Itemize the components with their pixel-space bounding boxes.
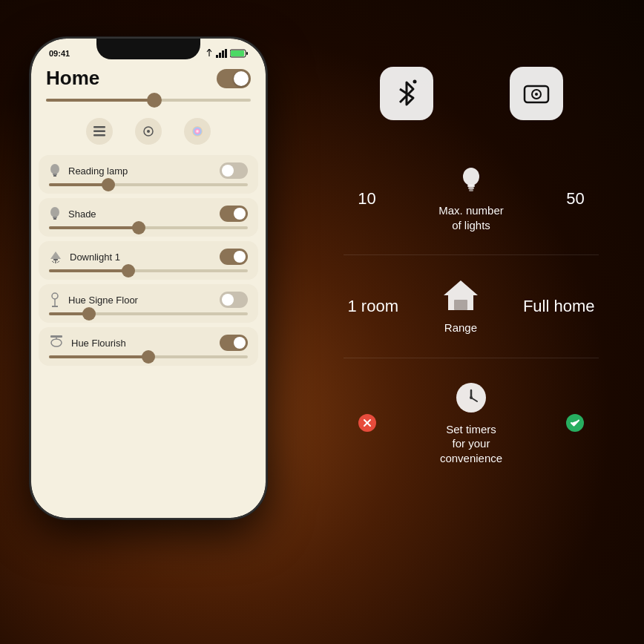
light-slider[interactable] [49, 355, 248, 358]
min-lights-value: 10 [358, 189, 375, 208]
svg-rect-37 [469, 189, 473, 191]
svg-point-16 [50, 207, 59, 217]
light-slider-thumb[interactable] [132, 221, 145, 234]
svg-point-12 [192, 126, 203, 137]
tab-scene[interactable] [135, 118, 162, 145]
max-lights-value: 50 [566, 189, 584, 208]
svg-rect-7 [93, 126, 105, 128]
right-panel: 10 Max. numberof lights 50 1 room Range … [312, 45, 631, 623]
svg-point-24 [52, 293, 58, 299]
bulb-icon [49, 162, 61, 179]
range-label: Range [444, 321, 477, 335]
light-slider-fill [49, 355, 148, 358]
tab-list[interactable] [86, 118, 113, 145]
svg-rect-27 [50, 335, 62, 338]
clock-icon [454, 381, 488, 415]
light-item-left: Reading lamp [49, 162, 128, 179]
svg-rect-3 [225, 49, 227, 58]
max-lights-feature: Max. numberof lights [438, 165, 504, 232]
range-min-value: 1 room [347, 297, 398, 316]
svg-marker-19 [50, 252, 61, 259]
phone-screen: 09:41 [31, 39, 266, 518]
light-name: Hue Flourish [71, 338, 126, 349]
light-toggle[interactable] [220, 335, 248, 351]
light-toggle[interactable] [220, 249, 248, 265]
light-slider-fill [49, 183, 108, 186]
svg-point-11 [147, 130, 150, 133]
list-item: Hue Flourish [39, 327, 258, 366]
svg-rect-2 [222, 50, 224, 58]
light-slider[interactable] [49, 312, 248, 315]
bridge-icon [520, 77, 553, 110]
svg-rect-1 [219, 53, 221, 58]
floor-lamp-icon [49, 292, 61, 308]
svg-point-30 [413, 80, 416, 84]
svg-rect-35 [467, 185, 475, 187]
bridge-icon-bg [510, 67, 563, 120]
light-slider[interactable] [49, 269, 248, 272]
light-name: Downlight 1 [70, 252, 120, 263]
timers-label: Set timersfor yourconvenience [440, 422, 502, 466]
home-icon [441, 277, 481, 313]
light-slider[interactable] [49, 183, 248, 186]
svg-rect-5 [246, 52, 248, 55]
light-item-header: Hue Signe Floor [49, 292, 248, 308]
brightness-track[interactable] [46, 99, 251, 102]
range-feature: Range [441, 277, 481, 335]
light-slider-thumb[interactable] [82, 307, 96, 321]
bluetooth-icon [392, 76, 421, 111]
has-timers-indicator [566, 414, 584, 432]
svg-rect-8 [93, 131, 105, 133]
brightness-thumb[interactable] [147, 93, 162, 108]
light-name: Hue Signe Floor [68, 295, 138, 306]
svg-rect-18 [53, 218, 56, 220]
range-max-value: Full home [523, 297, 595, 316]
light-item-left: Hue Flourish [49, 335, 126, 350]
no-timers-indicator [358, 414, 376, 432]
app-header: Home [31, 61, 266, 99]
svg-rect-39 [454, 300, 467, 310]
status-time: 09:41 [49, 49, 70, 58]
light-item-header: Shade [49, 206, 248, 222]
svg-rect-9 [93, 134, 105, 137]
signal-icon [216, 49, 227, 58]
home-toggle[interactable] [217, 69, 251, 88]
ceiling-icon [49, 335, 64, 350]
tab-color[interactable] [184, 118, 211, 145]
light-list: Reading lamp [31, 155, 266, 370]
brightness-fill [46, 99, 159, 102]
x-icon [362, 418, 372, 428]
light-item-left: Shade [49, 206, 96, 222]
svg-line-22 [52, 261, 54, 263]
light-toggle[interactable] [220, 292, 248, 308]
phone-frame: 09:41 [30, 37, 267, 519]
phone-mockup: 09:41 [30, 37, 282, 601]
light-slider-thumb[interactable] [142, 350, 155, 364]
timers-section: Set timersfor yourconvenience [312, 358, 631, 488]
top-icons-row [312, 45, 631, 142]
svg-rect-36 [468, 187, 474, 189]
light-slider[interactable] [49, 226, 248, 229]
svg-point-13 [50, 164, 59, 174]
svg-rect-20 [53, 259, 58, 260]
max-lights-section: 10 Max. numberof lights 50 [312, 142, 631, 254]
light-slider-fill [49, 269, 128, 272]
list-item: Reading lamp [39, 155, 258, 194]
check-icon [570, 418, 580, 428]
app-title: Home [46, 67, 99, 90]
bulb-feature-icon [461, 165, 482, 196]
bluetooth-icon-bg [380, 67, 433, 120]
light-slider-thumb[interactable] [102, 178, 115, 191]
brightness-slider-row [31, 99, 266, 112]
svg-rect-15 [53, 175, 56, 177]
light-slider-thumb[interactable] [122, 264, 135, 277]
light-item-left: Downlight 1 [49, 249, 120, 265]
light-slider-fill [49, 226, 139, 229]
light-item-left: Hue Signe Floor [49, 292, 138, 308]
light-name: Shade [68, 208, 96, 220]
light-toggle[interactable] [220, 206, 248, 222]
list-item: Hue Signe Floor [39, 284, 258, 323]
tab-bar [31, 112, 266, 155]
light-toggle[interactable] [220, 162, 248, 179]
svg-point-28 [51, 339, 62, 346]
